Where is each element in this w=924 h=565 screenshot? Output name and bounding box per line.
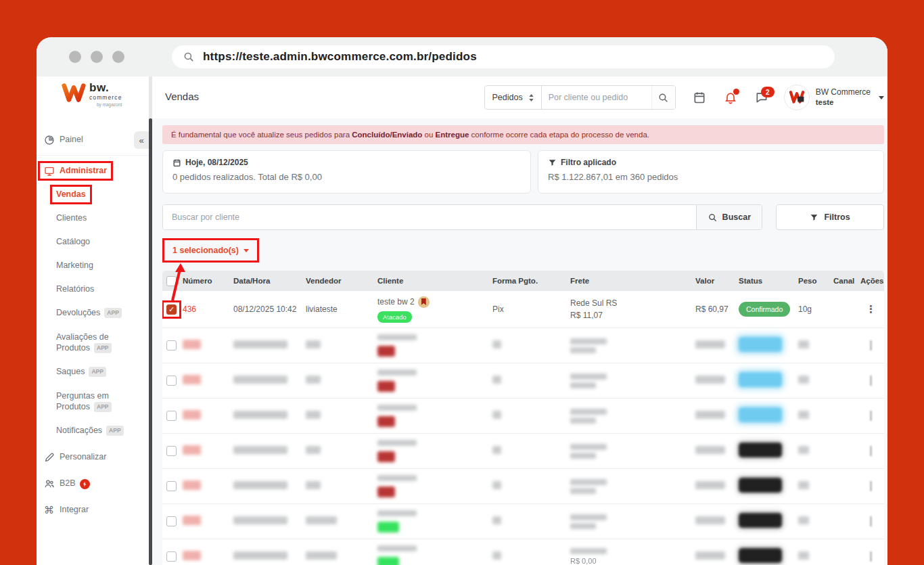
sidebar-item-label: Integrar: [60, 504, 89, 515]
redacted-block: [377, 381, 395, 392]
redacted-block: [570, 548, 607, 554]
calendar-icon: [172, 158, 181, 167]
order-number-link[interactable]: 436: [183, 304, 196, 314]
column-header-peso[interactable]: Peso: [798, 277, 833, 285]
redacted-status-badge: [739, 478, 782, 493]
redacted-block: [377, 487, 395, 497]
redacted-block: [377, 416, 395, 427]
column-header-canal[interactable]: Canal: [833, 277, 860, 285]
redacted-block: [570, 514, 607, 520]
redacted-status-badge: [739, 548, 782, 563]
sidebar-item-notificacoes[interactable]: NotificaçõesAPP: [37, 419, 149, 443]
redacted-block: [183, 516, 201, 525]
sidebar-item-saques[interactable]: SaquesAPP: [37, 360, 149, 384]
redacted-block: [306, 516, 337, 524]
header-search-button[interactable]: [651, 86, 675, 109]
sidebar-item-marketing[interactable]: Marketing: [37, 254, 149, 277]
redacted-block: [570, 347, 596, 353]
order-weight: 10g: [798, 304, 833, 314]
sidebar-item-label: DevoluçõesAPP: [56, 307, 122, 318]
column-header-forma-pgto[interactable]: Forma Pgto.: [492, 277, 570, 285]
redacted-block: [570, 523, 596, 529]
sidebar-item-catalogo[interactable]: Catálogo: [37, 230, 149, 254]
redacted-block: [377, 369, 417, 376]
account-subname: teste: [816, 97, 871, 108]
column-header-numero[interactable]: Número: [183, 277, 233, 285]
select-all-checkbox[interactable]: [166, 276, 177, 286]
sidebar-item-perguntas-em-produtos[interactable]: Perguntas emProdutosAPP: [37, 384, 149, 419]
redacted-block: [870, 376, 872, 386]
users-icon: [44, 478, 55, 489]
table-row-436: ✓ 436 08/12/2025 10:42 liviateste teste …: [162, 291, 884, 328]
filter-card-subtitle: R$ 1.122.867,01 em 360 pedidos: [548, 172, 874, 182]
row-checkbox[interactable]: [166, 340, 177, 351]
redacted-block: [306, 446, 321, 454]
sidebar-item-label: NotificaçõesAPP: [56, 425, 124, 436]
main-content: É fundamental que você atualize seus ped…: [152, 118, 887, 565]
redacted-block: [377, 475, 417, 481]
sidebar-item-label: SaquesAPP: [56, 366, 106, 377]
filtros-button[interactable]: Filtros: [776, 204, 884, 230]
notifications-bell-icon[interactable]: [723, 90, 738, 105]
app-badge: APP: [106, 426, 123, 436]
sidebar-item-label: Vendas: [56, 189, 86, 200]
column-header-status[interactable]: Status: [739, 277, 798, 285]
sidebar-item-vendas[interactable]: Vendas: [37, 183, 149, 206]
sidebar-item-personalizar[interactable]: Personalizar: [37, 445, 149, 469]
sidebar-item-integrar[interactable]: ⌘Integrar: [37, 498, 149, 522]
column-header-acoes[interactable]: Ações: [860, 277, 884, 285]
sidebar-item-label: Catálogo: [56, 236, 90, 247]
sidebar-item-devolucoes[interactable]: DevoluçõesAPP: [37, 301, 149, 325]
row-checkbox[interactable]: [166, 481, 177, 491]
redacted-frete-note: R$ 0,00: [570, 557, 693, 565]
bw-commerce-logo[interactable]: bw. commerce by magazord: [61, 82, 142, 107]
chat-icon[interactable]: 2: [754, 90, 769, 105]
checkbox-annotation-box: ✓: [162, 300, 181, 319]
sidebar-item-clientes[interactable]: Clientes: [37, 206, 149, 230]
logo-byline: by magazord: [97, 103, 122, 108]
header-search-input[interactable]: [542, 86, 651, 109]
pie-chart-icon: [44, 135, 55, 145]
redacted-block: [798, 481, 809, 489]
redacted-block: [492, 551, 501, 560]
sidebar-item-relatorios[interactable]: Relatórios: [37, 277, 149, 301]
column-header-data-hora[interactable]: Data/Hora: [233, 277, 306, 285]
sidebar-item-administrar[interactable]: Administrar: [37, 159, 149, 183]
column-header-frete[interactable]: Frete: [570, 277, 695, 285]
row-checkbox[interactable]: ✓: [166, 304, 177, 315]
column-header-valor[interactable]: Valor: [695, 277, 739, 285]
row-checkbox[interactable]: [166, 411, 177, 421]
command-icon: ⌘: [44, 505, 55, 516]
sidebar-item-avaliacoes-de-produtos[interactable]: Avaliações deProdutosAPP: [37, 325, 149, 360]
row-checkbox[interactable]: [166, 551, 177, 562]
buscar-button[interactable]: Buscar: [696, 205, 762, 229]
table-body: R$ 0,00: [162, 328, 884, 565]
account-menu[interactable]: BW Commerce teste: [784, 85, 884, 110]
column-header-cliente[interactable]: Cliente: [377, 277, 492, 285]
app-badge: APP: [89, 367, 106, 377]
row-checkbox[interactable]: [166, 446, 177, 456]
sidebar-item-painel[interactable]: Painel: [37, 128, 149, 156]
address-bar[interactable]: https://teste.admin.bwcommerce.com.br/pe…: [172, 45, 835, 68]
redacted-block: [798, 376, 809, 384]
sidebar-item-b2b[interactable]: B2B: [37, 472, 149, 495]
row-actions-menu[interactable]: ⋮: [866, 303, 876, 315]
app-badge: APP: [104, 308, 121, 318]
page-title: Vendas: [165, 91, 199, 102]
calendar-icon[interactable]: [692, 90, 707, 105]
redacted-block: [798, 411, 809, 419]
redacted-block: [695, 516, 725, 524]
selected-count-dropdown[interactable]: 1 selecionado(s): [162, 238, 259, 263]
scope-select[interactable]: Pedidos: [485, 86, 541, 109]
redacted-block: [492, 446, 501, 454]
order-shipping-carrier: Rede Sul RS: [570, 297, 693, 309]
client-search-input[interactable]: [163, 205, 696, 229]
redacted-block: [377, 440, 417, 446]
redacted-status-badge: [739, 443, 782, 457]
column-header-vendedor[interactable]: Vendedor: [306, 277, 377, 285]
redacted-block: [570, 479, 607, 485]
redacted-block: [570, 417, 596, 424]
row-checkbox[interactable]: [166, 376, 177, 386]
redacted-block: [695, 340, 725, 348]
row-checkbox[interactable]: [166, 516, 177, 526]
